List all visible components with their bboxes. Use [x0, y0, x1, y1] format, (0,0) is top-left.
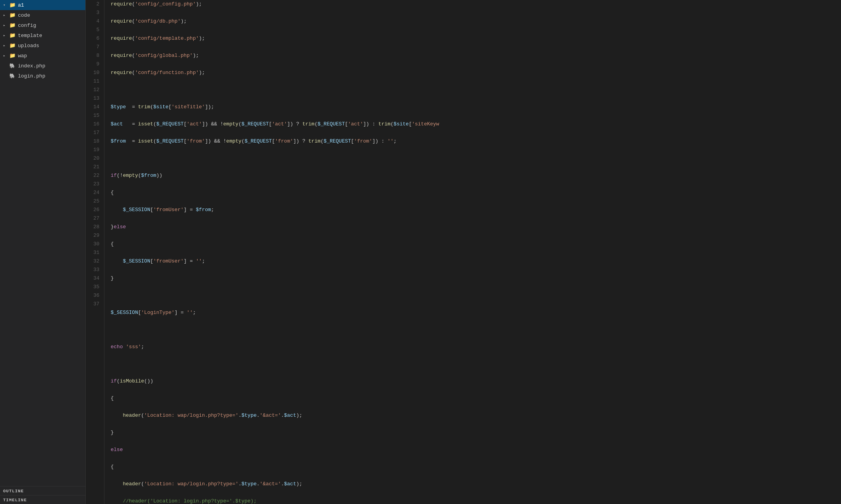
folder-icon: 📁 — [9, 53, 16, 59]
folder-icon: 📁 — [9, 2, 16, 8]
folder-icon: 📁 — [9, 32, 16, 39]
sidebar-item-label: uploads — [18, 43, 82, 49]
sidebar-item-login-php[interactable]: 🐘 login.php — [0, 71, 85, 81]
chevron-down-icon: ▾ — [3, 3, 9, 7]
chevron-right-icon: ▸ — [3, 33, 9, 38]
outline-section-label: OUTLINE — [0, 486, 85, 495]
chevron-right-icon: ▸ — [3, 43, 9, 48]
editor: 23456 7891011 1213141516 1718192021 2223… — [86, 0, 841, 504]
chevron-right-icon: ▸ — [3, 53, 9, 58]
php-icon: 🐘 — [9, 63, 16, 69]
folder-icon: 📁 — [9, 22, 16, 28]
sidebar-item-label: login.php — [18, 73, 82, 79]
folder-icon: 📁 — [9, 12, 16, 18]
sidebar-item-label: config — [18, 23, 82, 28]
sidebar-item-a1[interactable]: ▾ 📁 a1 — [0, 0, 85, 10]
chevron-right-icon: ▸ — [3, 23, 9, 28]
code-editor[interactable]: require('config/_config.php'); require('… — [104, 0, 841, 504]
sidebar-item-wap[interactable]: ▸ 📁 wap — [0, 51, 85, 61]
sidebar-item-code[interactable]: ▸ 📁 code — [0, 10, 85, 20]
sidebar-item-uploads[interactable]: ▸ 📁 uploads — [0, 41, 85, 51]
sidebar-item-index-php[interactable]: 🐘 index.php — [0, 61, 85, 71]
sidebar-item-template[interactable]: ▸ 📁 template — [0, 30, 85, 41]
sidebar-item-label: wap — [18, 53, 82, 59]
php-icon: 🐘 — [9, 73, 16, 79]
sidebar-item-label: a1 — [18, 2, 82, 8]
sidebar-item-label: index.php — [18, 63, 82, 69]
sidebar-item-label: template — [18, 33, 82, 39]
sidebar-item-label: code — [18, 12, 82, 18]
sidebar-item-config[interactable]: ▸ 📁 config — [0, 20, 85, 30]
timeline-section-label: TIMELINE — [0, 495, 85, 504]
line-numbers: 23456 7891011 1213141516 1718192021 2223… — [86, 0, 104, 504]
folder-icon: 📁 — [9, 42, 16, 49]
chevron-right-icon: ▸ — [3, 13, 9, 18]
sidebar: ▾ 📁 a1 ▸ 📁 code ▸ 📁 config ▸ 📁 template … — [0, 0, 86, 504]
